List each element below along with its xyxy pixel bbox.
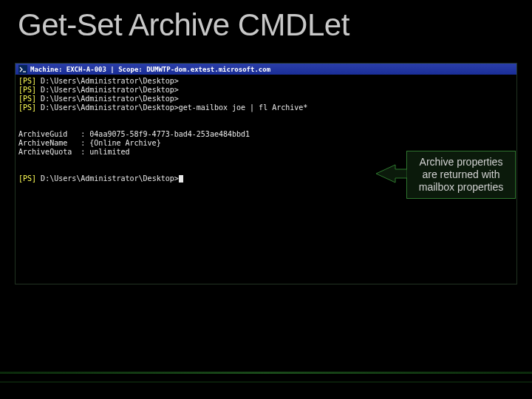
prompt-line: [PS] D:\Users\Administrator\Desktop>: [18, 77, 514, 86]
svg-rect-0: [18, 65, 27, 74]
window-titlebar: Machine: EXCH-A-003 | Scope: DUMWTP-dom.…: [16, 64, 516, 75]
footer-divider: [0, 372, 532, 374]
app-icon: [18, 65, 27, 74]
prompt-line: [PS] D:\Users\Administrator\Desktop>: [18, 86, 514, 95]
prompt-line: [PS] D:\Users\Administrator\Desktop>: [18, 95, 514, 103]
prompt-path: D:\Users\Administrator\Desktop>: [36, 95, 179, 103]
ps-label: [PS]: [18, 95, 36, 103]
ps-label: [PS]: [18, 174, 36, 183]
footer-divider: [0, 381, 532, 383]
prompt-path: D:\Users\Administrator\Desktop>: [36, 77, 179, 85]
blank-line: [18, 112, 514, 121]
ps-label: [PS]: [18, 77, 36, 85]
prompt-path: D:\Users\Administrator\Desktop>: [36, 103, 179, 112]
output-line: ArchiveGuid : 04aa9075-58f9-4773-bad4-25…: [18, 130, 514, 139]
ps-label: [PS]: [18, 103, 36, 112]
window-title: Machine: EXCH-A-003 | Scope: DUMWTP-dom.…: [30, 66, 270, 73]
output-line: ArchiveName : {Online Archive}: [18, 139, 514, 148]
callout-text: Archive properties are returned with mai…: [412, 156, 511, 194]
command-text: get-mailbox joe | fl Archive*: [179, 103, 308, 112]
prompt-path: D:\Users\Administrator\Desktop>: [36, 174, 179, 183]
prompt-path: D:\Users\Administrator\Desktop>: [36, 86, 179, 94]
slide-title: Get-Set Archive CMDLet: [18, 7, 349, 43]
blank-line: [18, 121, 514, 130]
ps-label: [PS]: [18, 86, 36, 94]
annotation-callout: Archive properties are returned with mai…: [406, 151, 516, 199]
callout-arrow-icon: [376, 162, 407, 184]
cursor: [179, 175, 183, 183]
command-line: [PS] D:\Users\Administrator\Desktop>get-…: [18, 103, 514, 112]
